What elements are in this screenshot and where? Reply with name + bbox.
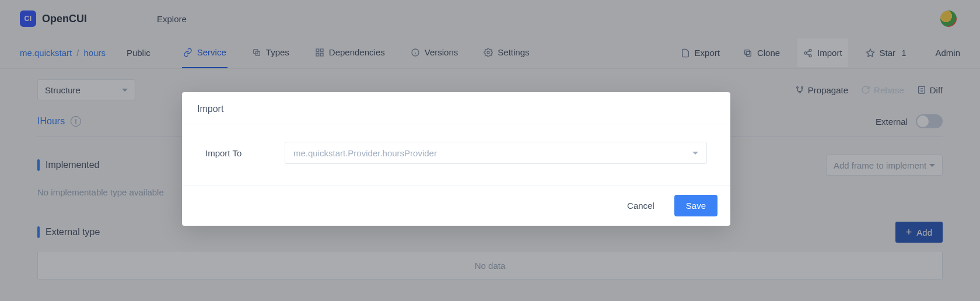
import-to-label: Import To: [205, 148, 252, 158]
modal-title: Import: [182, 92, 730, 124]
cancel-button[interactable]: Cancel: [621, 195, 660, 216]
import-to-value: me.quickstart.Provider.hoursProvider: [293, 148, 437, 158]
import-to-select[interactable]: me.quickstart.Provider.hoursProvider: [285, 142, 707, 164]
save-button[interactable]: Save: [674, 195, 718, 216]
chevron-down-icon: [692, 152, 698, 155]
import-modal: Import Import To me.quickstart.Provider.…: [182, 92, 730, 226]
